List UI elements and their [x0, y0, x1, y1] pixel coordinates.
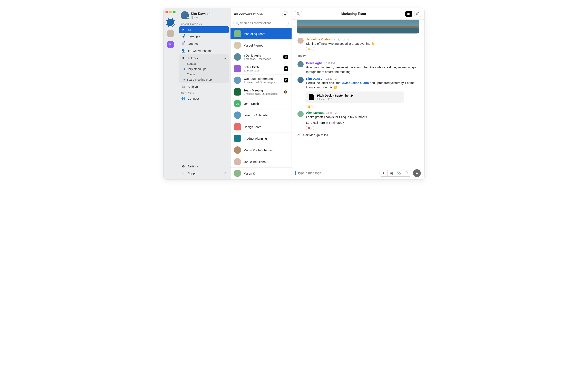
- chat-info-button[interactable]: ⓘ: [414, 11, 421, 17]
- message-author: Jaqueline Olaho: [306, 38, 330, 41]
- nav-all[interactable]: ⚑All: [179, 26, 229, 33]
- chat-search-button[interactable]: 🔍: [295, 11, 302, 17]
- minimize-window[interactable]: [169, 11, 172, 13]
- convlist-title: All conversations: [234, 12, 263, 16]
- message: Alex Moruga12:25 PM Looks great! Thanks …: [292, 110, 424, 131]
- reaction[interactable]: 👋 7: [306, 47, 314, 51]
- reaction[interactable]: 👍 2: [306, 105, 314, 108]
- image-icon: ▣: [390, 171, 393, 175]
- avatar: [234, 158, 241, 166]
- attach-button[interactable]: 📎: [395, 170, 403, 176]
- connect-icon: 👥: [182, 96, 185, 100]
- chat-header: 🔍 Marketing Team ■› ⓘ: [292, 8, 424, 20]
- conversation-item[interactable]: Sales Pitch12 messages5: [230, 63, 292, 74]
- messages-scroll[interactable]: Jaqueline OlahoMar 12, 7:15 PM Signing o…: [292, 20, 424, 166]
- conversation-name: John Smith: [244, 102, 288, 105]
- conversation-sub: 1 mention, 2 messages: [244, 57, 281, 60]
- conversation-name: Sales Pitch: [244, 65, 281, 69]
- flag-icon: ⚑: [182, 28, 185, 32]
- close-window[interactable]: [166, 11, 168, 13]
- missed-call-badge-icon: ✆: [284, 78, 288, 82]
- mention[interactable]: @Jaqueline Olaho: [342, 81, 369, 84]
- conversation-name: Deniz Agha: [244, 54, 281, 57]
- timer-button[interactable]: ⏱: [403, 170, 411, 176]
- message-text: Here's the latest deck that @Jaqueline O…: [306, 81, 419, 90]
- section-contacts: CONTACTS: [178, 90, 230, 95]
- avatar: [298, 77, 304, 83]
- conversation-item[interactable]: Lorenzo Schmeler: [230, 110, 292, 121]
- nav-connect[interactable]: 👥Connect: [179, 95, 229, 102]
- conversation-name: Waltraud Liebermann: [244, 77, 281, 80]
- nav-support[interactable]: ？Support↗: [179, 170, 229, 176]
- new-conversation-button[interactable]: ＋: [282, 11, 288, 17]
- conversation-item[interactable]: Design Team: [230, 121, 292, 133]
- conversation-item[interactable]: Deniz Agha1 mention, 2 messages@: [230, 51, 292, 63]
- section-conversations: CONVERSATIONS: [178, 22, 230, 26]
- video-call-button[interactable]: ■›: [405, 11, 412, 17]
- profile-handle: @kimd: [191, 16, 210, 19]
- avatar: [234, 88, 241, 96]
- conversation-item[interactable]: Marcel Pierrot: [230, 40, 292, 51]
- message-input[interactable]: [296, 171, 378, 175]
- reaction[interactable]: ❤️ 7: [306, 126, 314, 130]
- window-controls: [166, 11, 176, 13]
- avatar: [298, 38, 304, 44]
- conversation-item[interactable]: Martin Koch-Johansen: [230, 144, 292, 156]
- conversation-sub: 2 missed calls, 26 messages: [244, 92, 280, 95]
- nav-1on1[interactable]: 👤1:1 Conversations: [179, 47, 229, 54]
- folder-clients[interactable]: Clients: [179, 72, 229, 77]
- fullscreen-window[interactable]: [173, 11, 176, 13]
- shared-image[interactable]: [297, 20, 419, 34]
- folder-board[interactable]: Board meeting prep: [179, 77, 229, 82]
- avatar: [234, 76, 241, 84]
- conversation-item[interactable]: JSJohn Smith: [230, 98, 292, 110]
- conversation-item[interactable]: Marketing Team: [230, 28, 292, 40]
- rail-account-me[interactable]: [166, 18, 174, 26]
- conversation-item[interactable]: Waltraud Liebermann1 missed call, 5 mess…: [230, 74, 292, 86]
- folder-squads[interactable]: Squads: [179, 61, 229, 66]
- conversation-item[interactable]: Team Meeting2 missed calls, 26 messages🔕: [230, 86, 292, 98]
- nav-archive[interactable]: ▤Archive: [179, 83, 229, 90]
- conversation-item[interactable]: Martin K: [230, 168, 292, 179]
- sidebar: Kim Dawson @kimd CONVERSATIONS ⚑All ★Fav…: [178, 8, 230, 180]
- rail-account-2[interactable]: [166, 30, 174, 37]
- nav-folders[interactable]: ■Folders▲: [179, 55, 229, 61]
- search-wrapper: 🔍: [233, 20, 289, 26]
- profile-header[interactable]: Kim Dawson @kimd: [178, 8, 230, 22]
- conversation-item[interactable]: Product Planning: [230, 133, 292, 144]
- person-icon: 👤: [182, 49, 185, 52]
- nav-groups[interactable]: ⠿Groups: [179, 40, 229, 47]
- video-icon: ■›: [407, 12, 410, 16]
- info-icon: ⓘ: [416, 12, 419, 16]
- send-icon: ▶: [416, 171, 418, 175]
- message: Deniz Agha12:19 PM Good morning team, pl…: [292, 60, 424, 76]
- conversation-name: Lorenzo Schmeler: [244, 114, 288, 117]
- image-button[interactable]: ▣: [388, 170, 395, 176]
- muted-badge-icon: 🔕: [283, 90, 288, 94]
- avatar: [234, 30, 241, 37]
- send-button[interactable]: ▶: [413, 169, 421, 177]
- conversation-item[interactable]: Jaqueline Olaho: [230, 156, 292, 168]
- conversation-sub: 12 messages: [244, 69, 281, 72]
- emoji-button[interactable]: ✦: [380, 170, 388, 176]
- rail-account-wl[interactable]: WL: [166, 41, 174, 48]
- nav-favorites[interactable]: ★Favorites: [179, 33, 229, 40]
- help-icon: ？: [182, 171, 185, 175]
- folder-icon: ■: [182, 56, 185, 60]
- attachment[interactable]: Pitch Deck – September 24 5.86 MB · PDF: [306, 92, 404, 103]
- avatar: JS: [234, 100, 241, 107]
- message-time: 12:25 PM: [326, 112, 336, 114]
- avatar: [234, 53, 241, 61]
- date-divider: Today: [292, 52, 424, 59]
- conversation-name: Jaqueline Olaho: [244, 160, 288, 164]
- nav-folders-group: ■Folders▲ Squads Daily stand-ups Clients…: [179, 54, 229, 83]
- file-icon: [309, 94, 314, 100]
- search-input[interactable]: [233, 20, 289, 26]
- nav-settings[interactable]: ⚙Settings: [179, 163, 229, 170]
- conversation-name: Marketing Team: [244, 32, 288, 36]
- avatar: [234, 42, 241, 49]
- mention-badge-icon: @: [284, 55, 288, 59]
- message-author: Kim Dawson: [306, 77, 324, 80]
- message-author: Deniz Agha: [306, 61, 322, 65]
- folder-daily[interactable]: Daily stand-ups: [179, 66, 229, 72]
